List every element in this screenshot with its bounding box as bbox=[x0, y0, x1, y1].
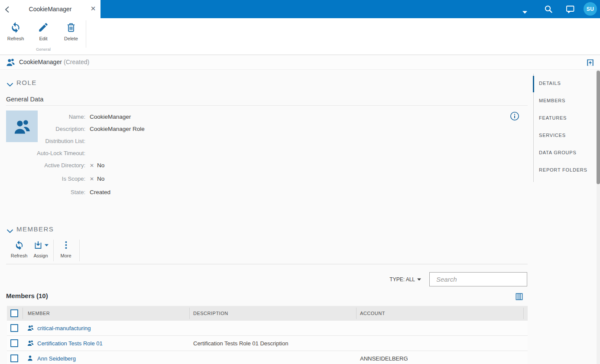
field-distribution-list: Distribution List: bbox=[0, 138, 303, 146]
tab-close-icon[interactable]: ✕ bbox=[89, 5, 97, 13]
info-button[interactable] bbox=[510, 111, 519, 121]
field-state-value: Created bbox=[90, 189, 110, 195]
nav-item-data-groups[interactable]: DATA GROUPS bbox=[539, 150, 595, 157]
field-is-scope-text: No bbox=[97, 176, 104, 182]
column-separator bbox=[189, 308, 190, 319]
refresh-label: Refresh bbox=[3, 36, 28, 41]
field-active-directory-label: Active Directory: bbox=[0, 162, 85, 169]
user-avatar[interactable]: SU bbox=[584, 2, 597, 16]
column-header-member[interactable]: MEMBER bbox=[28, 311, 50, 316]
x-mark-icon: ✕ bbox=[90, 162, 94, 169]
field-name-value: CookieManager bbox=[90, 114, 131, 120]
tab-cookiemanager[interactable]: CookieManager bbox=[16, 6, 85, 13]
members-more-label: More bbox=[54, 253, 78, 258]
members-more-button[interactable]: More bbox=[54, 240, 78, 258]
members-toolbar-divider bbox=[79, 240, 80, 261]
column-separator bbox=[356, 308, 357, 319]
feedback-chat-icon[interactable] bbox=[565, 4, 575, 16]
edit-pencil-icon bbox=[38, 22, 49, 33]
members-table-header: MEMBER DESCRIPTION ACCOUNT bbox=[7, 306, 528, 321]
table-row[interactable]: Certification Tests Role 01 Certificatio… bbox=[7, 336, 528, 351]
role-icon bbox=[27, 325, 34, 333]
member-link[interactable]: critical-manufacturing bbox=[37, 325, 91, 332]
field-state-label: State: bbox=[0, 189, 85, 195]
refresh-button[interactable]: Refresh bbox=[3, 22, 28, 41]
members-refresh-button[interactable]: Refresh bbox=[7, 240, 31, 258]
general-data-divider bbox=[6, 105, 528, 106]
step-nav-active-indicator bbox=[533, 76, 534, 92]
member-link[interactable]: Certification Tests Role 01 bbox=[37, 340, 103, 347]
column-header-description[interactable]: DESCRIPTION bbox=[193, 311, 228, 316]
field-name-label: Name: bbox=[0, 114, 85, 120]
entity-title-bar: CookieManager (Created) bbox=[0, 55, 600, 70]
field-auto-lock-timeout: Auto-Lock Timeout: bbox=[0, 150, 303, 158]
user-icon bbox=[27, 355, 33, 363]
back-chevron-icon bbox=[3, 5, 12, 14]
members-table-title: Members (10) bbox=[6, 292, 48, 299]
column-separator bbox=[23, 308, 23, 319]
page-title: CookieManager bbox=[19, 58, 62, 65]
nav-item-details[interactable]: DETAILS bbox=[539, 81, 595, 88]
table-row[interactable]: Ann Seidelberg ANNSEIDELBERG bbox=[7, 351, 528, 364]
field-distribution-list-label: Distribution List: bbox=[0, 138, 85, 144]
members-section-heading: MEMBERS bbox=[16, 225, 54, 233]
field-description-label: Description: bbox=[0, 126, 85, 132]
general-data-heading: General Data bbox=[6, 96, 43, 103]
nav-item-report-folders[interactable]: REPORT FOLDERS bbox=[539, 167, 595, 174]
row-checkbox[interactable] bbox=[10, 339, 18, 347]
info-icon bbox=[510, 111, 519, 121]
nav-item-features[interactable]: FEATURES bbox=[539, 115, 595, 122]
type-filter-caret-icon bbox=[417, 278, 421, 281]
nav-item-services[interactable]: SERVICES bbox=[539, 133, 595, 140]
role-icon bbox=[6, 58, 16, 68]
detail-page-content: ROLE General Data Name: CookieManager De… bbox=[0, 70, 600, 364]
members-toolbar-bottom-divider bbox=[6, 264, 528, 264]
nav-item-members[interactable]: MEMBERS bbox=[539, 98, 595, 105]
column-header-account[interactable]: ACCOUNT bbox=[360, 311, 385, 316]
edit-label: Edit bbox=[31, 36, 55, 41]
collapse-panel-icon[interactable] bbox=[586, 58, 594, 68]
members-section-collapse-icon[interactable] bbox=[7, 227, 13, 235]
members-assign-label: Assign bbox=[29, 253, 52, 258]
field-description-value: CookieManager Role bbox=[90, 126, 145, 132]
select-all-checkbox[interactable] bbox=[10, 309, 18, 317]
more-dots-icon bbox=[61, 240, 71, 250]
refresh-icon bbox=[14, 240, 24, 250]
top-bar: CookieManager ✕ SU bbox=[0, 0, 600, 18]
column-chooser-icon[interactable] bbox=[515, 292, 523, 302]
page-scrollbar-thumb[interactable] bbox=[597, 71, 600, 184]
delete-trash-icon bbox=[65, 22, 77, 33]
members-refresh-label: Refresh bbox=[7, 253, 31, 258]
members-assign-button[interactable]: Assign bbox=[29, 240, 52, 258]
field-auto-lock-timeout-label: Auto-Lock Timeout: bbox=[0, 150, 85, 156]
assign-caret-icon bbox=[45, 244, 49, 247]
field-active-directory: Active Directory: ✕No bbox=[0, 162, 303, 170]
members-search-input[interactable] bbox=[436, 276, 523, 283]
refresh-icon bbox=[10, 22, 21, 33]
global-search-icon[interactable] bbox=[543, 4, 554, 16]
menu-caret-icon[interactable] bbox=[522, 8, 527, 16]
edit-button[interactable]: Edit bbox=[31, 22, 55, 41]
field-active-directory-text: No bbox=[97, 162, 104, 169]
row-checkbox[interactable] bbox=[10, 354, 18, 362]
toolbar-divider bbox=[86, 20, 86, 48]
main-toolbar: Refresh Edit Delete General bbox=[0, 18, 600, 55]
x-mark-icon: ✕ bbox=[90, 176, 94, 182]
row-checkbox[interactable] bbox=[10, 324, 18, 332]
role-section-collapse-icon[interactable] bbox=[7, 81, 13, 88]
delete-button[interactable]: Delete bbox=[59, 22, 83, 41]
back-button[interactable] bbox=[3, 5, 12, 14]
field-state: State: Created bbox=[0, 189, 303, 197]
tab-strip: CookieManager ✕ bbox=[0, 0, 101, 18]
field-active-directory-value: ✕No bbox=[90, 162, 104, 169]
field-is-scope: Is Scope: ✕No bbox=[0, 176, 303, 183]
assign-icon bbox=[33, 240, 43, 250]
field-description: Description: CookieManager Role bbox=[0, 126, 303, 133]
role-section-heading: ROLE bbox=[16, 79, 37, 86]
toolbar-group-label: General bbox=[3, 47, 83, 52]
member-link[interactable]: Ann Seidelberg bbox=[37, 355, 76, 362]
members-search-box bbox=[429, 272, 527, 286]
top-blue-bar: SU bbox=[101, 0, 600, 18]
type-filter-dropdown[interactable]: TYPE: ALL bbox=[384, 276, 421, 283]
table-row[interactable]: critical-manufacturing bbox=[7, 321, 528, 336]
